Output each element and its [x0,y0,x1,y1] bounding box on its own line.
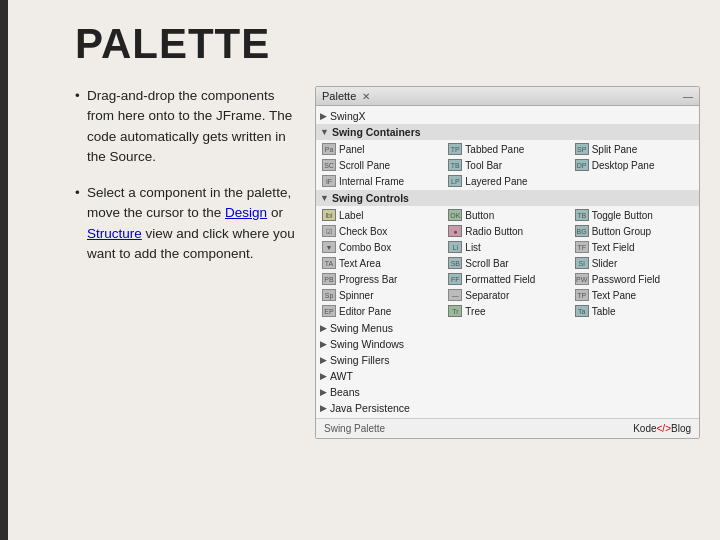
footer-label: Swing Palette [324,423,385,434]
palette-close-icon[interactable]: ✕ [362,91,370,102]
check-box-icon: ☑ [322,225,336,237]
internal-frame-label: Internal Frame [339,176,404,187]
section-swing-windows[interactable]: ▶ Swing Windows [316,336,699,352]
label-icon: lbl [322,209,336,221]
slider-label: Slider [592,258,618,269]
text-pane-icon: TP [575,289,589,301]
item-button[interactable]: OK Button [444,207,570,223]
section-java-persistence[interactable]: ▶ Java Persistence [316,400,699,416]
item-text-field[interactable]: TF Text Field [571,239,697,255]
spinner-icon: Sp [322,289,336,301]
item-tree[interactable]: Tr Tree [444,303,570,319]
fillers-label: Swing Fillers [330,354,390,366]
page-title: PALETTE [75,20,700,68]
text-panel: Drag-and-drop the components from here o… [75,86,295,280]
item-text-pane[interactable]: TP Text Pane [571,287,697,303]
structure-link[interactable]: Structure [87,226,142,241]
section-swing-containers[interactable]: ▼ Swing Containers [316,124,699,140]
controls-expand-icon: ▼ [320,193,329,203]
item-password-field[interactable]: PW Password Field [571,271,697,287]
bullet2-or: or [271,205,283,220]
tree-label: Tree [465,306,485,317]
table-icon: Ta [575,305,589,317]
item-tabbed-pane[interactable]: TP Tabbed Pane [444,141,570,157]
toggle-button-label: Toggle Button [592,210,653,221]
java-persistence-label: Java Persistence [330,402,410,414]
section-swingx[interactable]: ▶ SwingX [316,108,699,124]
item-scroll-pane[interactable]: SC Scroll Pane [318,157,444,173]
left-bar-outer [0,0,55,540]
item-scroll-bar[interactable]: SB Scroll Bar [444,255,570,271]
bullet-2: Select a component in the palette, move … [75,183,295,264]
panel-icon: Pa [322,143,336,155]
formatted-field-icon: FF [448,273,462,285]
section-swing-controls[interactable]: ▼ Swing Controls [316,190,699,206]
main-content: PALETTE Drag-and-drop the components fro… [55,0,720,540]
item-text-area[interactable]: TA Text Area [318,255,444,271]
item-panel[interactable]: Pa Panel [318,141,444,157]
beans-expand-icon: ▶ [320,387,327,397]
tool-bar-label: Tool Bar [465,160,502,171]
item-spinner[interactable]: Sp Spinner [318,287,444,303]
item-separator[interactable]: — Separator [444,287,570,303]
content-row: Drag-and-drop the components from here o… [75,86,700,439]
menus-label: Swing Menus [330,322,393,334]
radio-button-icon: ● [448,225,462,237]
palette-minimize-icon[interactable]: — [683,91,693,102]
password-field-label: Password Field [592,274,660,285]
item-layered-pane[interactable]: LP Layered Pane [444,173,570,189]
brand-blog: Blog [671,423,691,434]
item-tool-bar[interactable]: TB Tool Bar [444,157,570,173]
palette-body: ▶ SwingX ▼ Swing Containers Pa Panel TP … [316,106,699,418]
item-editor-pane[interactable]: EP Editor Pane [318,303,444,319]
separator-label: Separator [465,290,509,301]
text-pane-label: Text Pane [592,290,636,301]
button-group-icon: BG [575,225,589,237]
bullet-1: Drag-and-drop the components from here o… [75,86,295,167]
item-progress-bar[interactable]: PB Progress Bar [318,271,444,287]
slider-icon: Sl [575,257,589,269]
split-pane-label: Split Pane [592,144,638,155]
editor-pane-icon: EP [322,305,336,317]
desktop-pane-label: Desktop Pane [592,160,655,171]
section-swing-menus[interactable]: ▶ Swing Menus [316,320,699,336]
item-desktop-pane[interactable]: DP Desktop Pane [571,157,697,173]
editor-pane-label: Editor Pane [339,306,391,317]
tabbed-pane-label: Tabbed Pane [465,144,524,155]
item-slider[interactable]: Sl Slider [571,255,697,271]
item-table[interactable]: Ta Table [571,303,697,319]
palette-tab-label[interactable]: Palette [322,90,356,102]
brand-label: Kode</>Blog [633,423,691,434]
text-area-label: Text Area [339,258,381,269]
internal-frame-icon: IF [322,175,336,187]
section-beans[interactable]: ▶ Beans [316,384,699,400]
controls-label: Swing Controls [332,192,409,204]
item-split-pane[interactable]: SP Split Pane [571,141,697,157]
item-list[interactable]: Li List [444,239,570,255]
layered-pane-icon: LP [448,175,462,187]
item-radio-button[interactable]: ● Radio Button [444,223,570,239]
section-awt[interactable]: ▶ AWT [316,368,699,384]
java-persistence-expand-icon: ▶ [320,403,327,413]
design-link[interactable]: Design [225,205,267,220]
layered-pane-label: Layered Pane [465,176,527,187]
item-check-box[interactable]: ☑ Check Box [318,223,444,239]
item-label[interactable]: lbl Label [318,207,444,223]
separator-icon: — [448,289,462,301]
containers-label: Swing Containers [332,126,421,138]
radio-button-label: Radio Button [465,226,523,237]
item-internal-frame[interactable]: IF Internal Frame [318,173,444,189]
beans-label: Beans [330,386,360,398]
scroll-pane-icon: SC [322,159,336,171]
palette-footer: Swing Palette Kode</>Blog [316,418,699,438]
bullet1-text: Drag-and-drop the components from here o… [87,88,292,164]
item-button-group[interactable]: BG Button Group [571,223,697,239]
palette-titlebar: Palette ✕ — [316,87,699,106]
combo-box-icon: ▼ [322,241,336,253]
list-label: List [465,242,481,253]
section-swing-fillers[interactable]: ▶ Swing Fillers [316,352,699,368]
scroll-bar-label: Scroll Bar [465,258,508,269]
item-formatted-field[interactable]: FF Formatted Field [444,271,570,287]
item-combo-box[interactable]: ▼ Combo Box [318,239,444,255]
item-toggle-button[interactable]: TB Toggle Button [571,207,697,223]
